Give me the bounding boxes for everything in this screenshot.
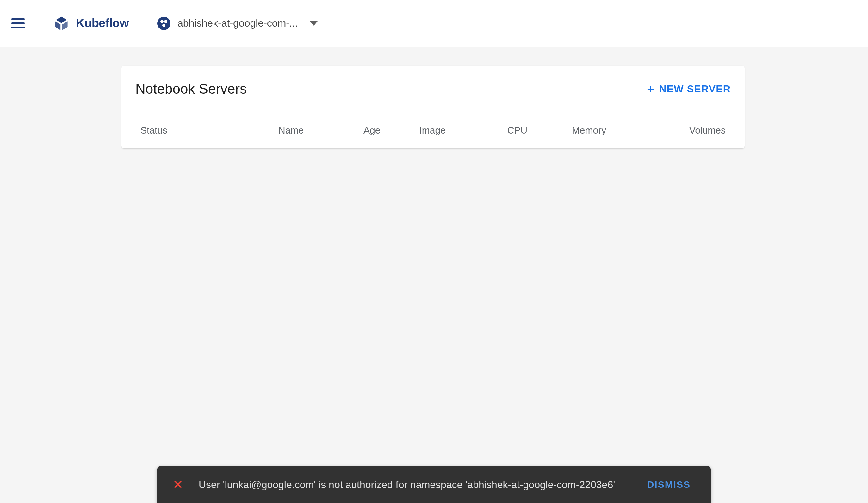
plus-icon: + [647, 83, 655, 95]
snackbar-message: User 'lunkai@google.com' is not authoriz… [199, 477, 647, 492]
chevron-down-icon [310, 21, 318, 25]
card-header: Notebook Servers + NEW SERVER [122, 66, 745, 112]
namespace-label: abhishek-at-google-com-... [177, 18, 298, 29]
column-header-image[interactable]: Image [419, 125, 507, 136]
app-header: Kubeflow abhishek-at-google-com-... [0, 0, 868, 47]
namespace-selector[interactable]: abhishek-at-google-com-... [157, 17, 318, 30]
menu-icon [11, 18, 25, 20]
column-header-volumes[interactable]: Volumes [689, 125, 726, 136]
menu-button[interactable] [9, 16, 27, 31]
kubeflow-icon [52, 14, 70, 32]
dismiss-button[interactable]: DISMISS [647, 479, 691, 490]
column-header-memory[interactable]: Memory [572, 125, 689, 136]
new-server-label: NEW SERVER [659, 83, 731, 95]
table-header-row: Status Name Age Image CPU Memory Volumes [122, 112, 745, 148]
namespace-icon [157, 17, 170, 30]
main-content: Notebook Servers + NEW SERVER Status Nam… [0, 47, 868, 148]
close-icon: ✕ [173, 477, 184, 492]
error-snackbar: ✕ User 'lunkai@google.com' is not author… [157, 466, 711, 503]
column-header-age[interactable]: Age [363, 125, 419, 136]
column-header-cpu[interactable]: CPU [507, 125, 572, 136]
brand-logo[interactable]: Kubeflow [52, 14, 129, 32]
menu-icon [11, 22, 25, 24]
notebook-servers-card: Notebook Servers + NEW SERVER Status Nam… [122, 66, 745, 148]
column-header-status[interactable]: Status [141, 125, 278, 136]
page-title: Notebook Servers [135, 81, 247, 97]
column-header-name[interactable]: Name [278, 125, 363, 136]
brand-name: Kubeflow [76, 17, 129, 30]
menu-icon [11, 27, 25, 28]
new-server-button[interactable]: + NEW SERVER [647, 83, 731, 95]
